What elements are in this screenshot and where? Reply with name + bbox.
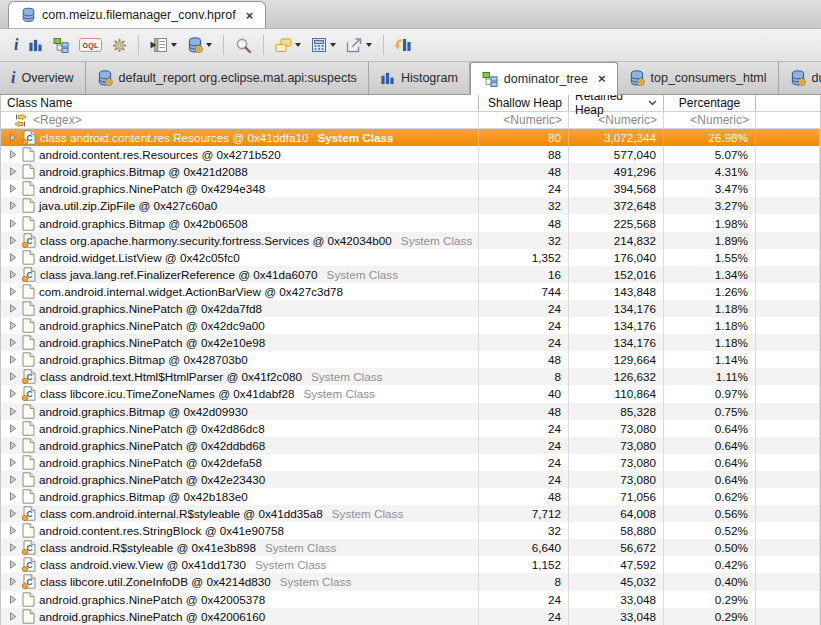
expand-arrow-icon[interactable] [9,321,18,330]
dropdown-arrow-icon[interactable] [171,43,177,47]
expand-arrow-icon[interactable] [9,372,18,381]
table-row[interactable]: android.content.res.Resources @ 0x4271b5… [1,146,820,163]
table-row[interactable]: android.graphics.Bitmap @ 0x421d20884849… [1,163,820,180]
tab-top-consumers-html[interactable]: top_consumers_html [618,62,779,94]
table-row[interactable]: Cclass com.android.internal.R$styleable … [1,505,820,522]
expand-arrow-icon[interactable] [9,184,18,193]
table-row[interactable]: android.graphics.NinePatch @ 0x42d86dc82… [1,420,820,437]
percentage-filter-input[interactable]: <Numeric> [664,112,756,128]
expand-arrow-icon[interactable] [9,219,18,228]
table-row[interactable]: android.graphics.NinePatch @ 0x42dc9a002… [1,317,820,334]
column-header-percentage[interactable]: Percentage [664,95,756,111]
dropdown-arrow-icon[interactable] [330,43,336,47]
tab-histogram[interactable]: Histogram [369,62,470,94]
percentage-cell: 1.18% [664,317,756,334]
customize-button[interactable] [108,36,131,55]
regex-filter-input[interactable]: <Regex> [1,112,479,128]
editor-tab-hprof[interactable]: com.meizu.filemanager_conv.hprof × [8,1,266,28]
table-row[interactable]: android.content.res.StringBlock @ 0x41e9… [1,522,820,539]
expand-arrow-icon[interactable] [9,287,18,296]
histogram-button[interactable] [24,36,47,55]
expand-arrow-icon[interactable] [9,201,18,210]
expand-arrow-icon[interactable] [9,355,18,364]
tab-dominator-tree[interactable]: dominator_tree× [470,62,618,95]
tab-duplicate-classes[interactable]: duplicate_classes [779,62,821,94]
dropdown-arrow-icon[interactable] [366,43,372,47]
expand-arrow-icon[interactable] [9,458,18,467]
expand-arrow-icon[interactable] [9,492,18,501]
expand-arrow-icon[interactable] [9,389,18,398]
oql-button[interactable]: OQL [75,36,105,54]
calculate-retained-size-button[interactable] [307,35,340,55]
expand-arrow-icon[interactable] [9,133,18,142]
run-report-button[interactable] [183,35,216,55]
percentage-cell: 3.47% [664,180,756,197]
table-row[interactable]: android.graphics.Bitmap @ 0x42b065084822… [1,214,820,231]
expand-arrow-icon[interactable] [9,509,18,518]
expand-arrow-icon[interactable] [9,560,18,569]
query-browser-button[interactable] [146,35,181,55]
expand-arrow-icon[interactable] [9,543,18,552]
table-row[interactable]: android.widget.ListView @ 0x42c05fc01,35… [1,249,820,266]
table-row[interactable]: android.graphics.NinePatch @ 0x42ddbd682… [1,437,820,454]
table-row[interactable]: android.graphics.NinePatch @ 0x42e10e982… [1,334,820,351]
shallow-heap-cell: 16 [479,266,569,283]
expand-arrow-icon[interactable] [9,236,18,245]
expand-arrow-icon[interactable] [9,167,18,176]
table-row[interactable]: Cclass android.content.res.Resources @ 0… [1,129,820,146]
table-row[interactable]: android.graphics.NinePatch @ 0x42defa582… [1,454,820,471]
table-row[interactable]: Cclass libcore.util.ZoneInfoDB @ 0x4214d… [1,573,820,590]
column-header-retained-heap[interactable]: Retained Heap [569,95,664,111]
expand-arrow-icon[interactable] [9,595,18,604]
shallow-heap-cell: 24 [479,420,569,437]
table-row[interactable]: android.graphics.Bitmap @ 0x428703b04812… [1,351,820,368]
expand-arrow-icon[interactable] [9,526,18,535]
expand-arrow-icon[interactable] [9,150,18,159]
class-name-cell: Cclass android.R$styleable @ 0x41e3b898S… [1,539,479,556]
tab-overview[interactable]: iOverview [0,62,86,94]
expand-arrow-icon[interactable] [9,441,18,450]
table-row[interactable]: android.graphics.NinePatch @ 0x420053782… [1,591,820,608]
table-row[interactable]: com.android.internal.widget.ActionBarVie… [1,283,820,300]
close-icon[interactable]: × [598,72,606,85]
table-row[interactable]: android.graphics.NinePatch @ 0x42da7fd82… [1,300,820,317]
table-row[interactable]: Cclass android.R$styleable @ 0x41e3b898S… [1,539,820,556]
expand-arrow-icon[interactable] [9,304,18,313]
expand-arrow-icon[interactable] [9,407,18,416]
close-icon[interactable]: × [246,9,254,22]
search-button[interactable] [231,35,256,56]
dominator-tree-button[interactable] [49,35,73,55]
expand-arrow-icon[interactable] [9,253,18,262]
table-row[interactable]: Cclass java.lang.ref.FinalizerReference … [1,266,820,283]
shallow-heap-filter-input[interactable]: <Numeric> [479,112,569,128]
column-header-shallow-heap[interactable]: Shallow Heap [479,95,569,111]
expand-arrow-icon[interactable] [9,612,18,621]
tab-default-report[interactable]: default_report org.eclipse.mat.api:suspe… [86,62,369,94]
table-row[interactable]: Cclass android.view.View @ 0x41dd1730Sys… [1,556,820,573]
table-row[interactable]: android.graphics.NinePatch @ 0x420061602… [1,608,820,625]
table-row[interactable]: Cclass org.apache.harmony.security.fortr… [1,232,820,249]
table-row[interactable]: java.util.zip.ZipFile @ 0x427c60a032372,… [1,197,820,214]
expand-arrow-icon[interactable] [9,270,18,279]
table-row[interactable]: android.graphics.Bitmap @ 0x42d099304885… [1,403,820,420]
table-row[interactable]: android.graphics.NinePatch @ 0x4294e3482… [1,180,820,197]
group-by-button[interactable] [271,36,305,55]
info-button[interactable]: i [10,36,22,54]
dropdown-arrow-icon[interactable] [295,43,301,47]
object-icon [22,352,35,367]
expand-arrow-icon[interactable] [9,577,18,586]
table-row[interactable]: android.graphics.NinePatch @ 0x42e234302… [1,471,820,488]
expand-arrow-icon[interactable] [9,424,18,433]
compare-button[interactable] [391,35,416,55]
class-name-cell: java.util.zip.ZipFile @ 0x427c60a0 [1,197,479,214]
dropdown-arrow-icon[interactable] [206,43,212,47]
expand-arrow-icon[interactable] [9,475,18,484]
export-button[interactable] [342,35,376,55]
table-row[interactable]: Cclass libcore.icu.TimeZoneNames @ 0x41d… [1,385,820,402]
column-header-class-name[interactable]: Class Name [1,95,479,111]
retained-heap-filter-input[interactable]: <Numeric> [569,112,664,128]
table-row[interactable]: android.graphics.Bitmap @ 0x42b183e04871… [1,488,820,505]
table-row[interactable]: Cclass android.text.Html$HtmlParser @ 0x… [1,368,820,385]
class-icon: C [22,369,36,384]
expand-arrow-icon[interactable] [9,338,18,347]
